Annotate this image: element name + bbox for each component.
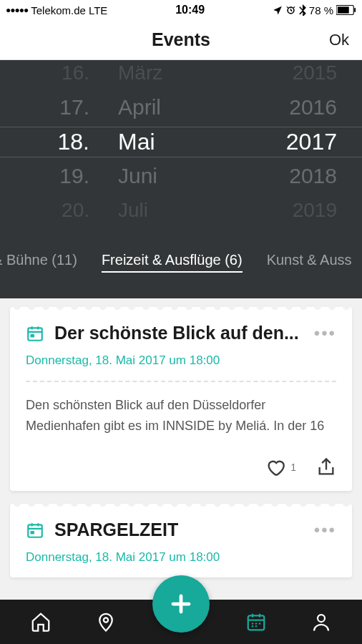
nav-location[interactable] bbox=[88, 604, 124, 640]
more-icon[interactable]: ••• bbox=[314, 323, 336, 343]
svg-point-10 bbox=[318, 615, 325, 622]
category-tab[interactable]: Kunst & Auss bbox=[267, 252, 352, 268]
svg-rect-5 bbox=[31, 334, 34, 337]
picker-year-column[interactable]: 2014 2015 2016 2017 2018 2019 2020 bbox=[251, 60, 337, 223]
picker-day[interactable]: 20. bbox=[62, 195, 89, 223]
plus-icon bbox=[167, 590, 195, 618]
picker-year[interactable]: 2018 bbox=[289, 161, 337, 191]
home-icon bbox=[30, 611, 52, 633]
svg-rect-9 bbox=[248, 615, 265, 630]
category-tabs[interactable]: ater & Bühne (11) Freizeit & Ausflüge (6… bbox=[0, 223, 362, 298]
pin-icon bbox=[95, 610, 117, 633]
picker-month-selected[interactable]: Mai bbox=[118, 127, 155, 157]
event-description: Den schönsten Blick auf den Düsseldorfer… bbox=[26, 395, 336, 436]
category-tab[interactable]: ater & Bühne (11) bbox=[0, 252, 77, 268]
nav-profile[interactable] bbox=[303, 604, 339, 640]
more-icon[interactable]: ••• bbox=[314, 520, 336, 540]
event-datetime: Donnerstag, 18. Mai 2017 um 18:00 bbox=[26, 353, 336, 368]
status-time: 10:49 bbox=[175, 4, 205, 16]
like-count: 1 bbox=[290, 462, 296, 473]
svg-rect-6 bbox=[28, 525, 42, 537]
location-arrow-icon bbox=[273, 5, 283, 15]
nav-calendar[interactable] bbox=[238, 604, 274, 640]
signal-dots-icon: ●●●●● bbox=[6, 5, 28, 15]
calendar-nav-icon bbox=[245, 611, 267, 633]
picker-month[interactable]: März bbox=[118, 60, 162, 88]
date-picker[interactable]: 15. 16. 17. 18. 19. 20. 21. Februar März… bbox=[0, 60, 362, 223]
picker-month[interactable]: Juli bbox=[118, 195, 148, 223]
calendar-icon bbox=[26, 521, 44, 540]
picker-year[interactable]: 2016 bbox=[289, 92, 337, 122]
event-title: SPARGELZEIT bbox=[54, 519, 304, 540]
picker-day-column[interactable]: 15. 16. 17. 18. 19. 20. 21. bbox=[18, 60, 89, 223]
carrier-label: Telekom.de bbox=[31, 4, 86, 16]
svg-rect-4 bbox=[28, 328, 42, 340]
app-header: Events Ok bbox=[0, 20, 362, 60]
picker-year[interactable]: 2015 bbox=[293, 60, 337, 88]
category-tab-active[interactable]: Freizeit & Ausflüge (6) bbox=[102, 252, 243, 273]
picker-day-selected[interactable]: 18. bbox=[58, 127, 89, 157]
network-label: LTE bbox=[89, 4, 107, 16]
event-datetime: Donnerstag, 18. Mai 2017 um 18:00 bbox=[26, 550, 336, 565]
nav-home[interactable] bbox=[23, 604, 59, 640]
share-icon[interactable] bbox=[316, 457, 336, 478]
events-list: Der schönste Blick auf den... ••• Donner… bbox=[0, 298, 362, 577]
add-button[interactable] bbox=[152, 575, 210, 633]
calendar-icon bbox=[26, 324, 44, 343]
page-title: Events bbox=[152, 29, 210, 50]
svg-rect-2 bbox=[338, 6, 349, 13]
ok-button[interactable]: Ok bbox=[329, 31, 349, 49]
status-bar: ●●●●● Telekom.de LTE 10:49 78 % bbox=[0, 0, 362, 20]
picker-year[interactable]: 2019 bbox=[293, 195, 337, 223]
picker-year-selected[interactable]: 2017 bbox=[286, 127, 337, 157]
person-icon bbox=[310, 611, 332, 633]
event-title: Der schönste Blick auf den... bbox=[54, 323, 304, 343]
svg-rect-3 bbox=[354, 8, 356, 12]
battery-icon bbox=[336, 5, 356, 15]
event-card[interactable]: Der schönste Blick auf den... ••• Donner… bbox=[10, 307, 352, 491]
alarm-icon bbox=[285, 5, 296, 16]
picker-month-column[interactable]: Februar März April Mai Juni Juli August bbox=[89, 60, 251, 223]
heart-icon[interactable] bbox=[265, 457, 286, 477]
battery-percent: 78 % bbox=[309, 4, 333, 16]
event-card[interactable]: SPARGELZEIT ••• Donnerstag, 18. Mai 2017… bbox=[10, 504, 352, 577]
picker-month[interactable]: April bbox=[118, 92, 161, 122]
svg-point-8 bbox=[103, 618, 107, 622]
picker-day[interactable]: 19. bbox=[59, 161, 89, 191]
picker-month[interactable]: Juni bbox=[118, 161, 157, 191]
picker-day[interactable]: 17. bbox=[59, 92, 89, 122]
bluetooth-icon bbox=[299, 4, 306, 16]
svg-rect-7 bbox=[31, 531, 34, 534]
picker-day[interactable]: 16. bbox=[62, 60, 89, 88]
